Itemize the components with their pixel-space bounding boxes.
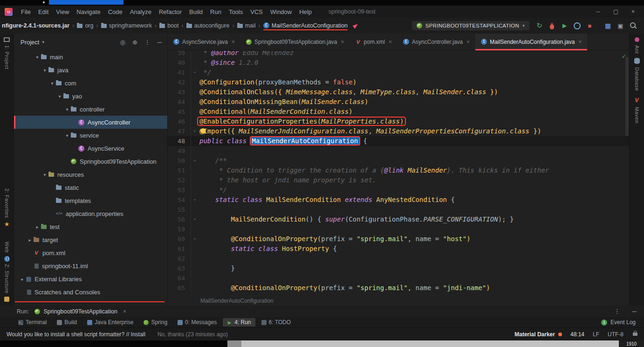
run-tab-label[interactable]: Springboot09TestApplication <box>43 308 117 315</box>
tool-stripe-ant[interactable]: Ant <box>630 37 644 54</box>
close-button[interactable]: × <box>631 8 635 15</box>
maximize-button[interactable]: ▢ <box>613 8 618 15</box>
status-dismiss-link[interactable]: No, thanks (23 minutes ago) <box>158 331 228 338</box>
run-coverage-icon[interactable]: ▶ <box>559 21 570 31</box>
code-line-60[interactable]: 60▾ @ConditionalOnProperty(prefix = "spr… <box>168 234 629 244</box>
tool-stripe-maven[interactable]: VMaven <box>630 97 644 124</box>
chevron-down-icon[interactable]: ▾ <box>42 40 44 44</box>
tree-chevron-icon[interactable]: ▾ <box>63 133 71 138</box>
menu-item-window[interactable]: Window <box>267 8 295 15</box>
code-line-42[interactable]: 42@Configuration(proxyBeanMethods = fals… <box>168 77 629 87</box>
code-line-39[interactable]: 39 * @author Eddú Meléndez <box>168 51 629 58</box>
code-line-41[interactable]: 41▾ */ <box>168 68 629 77</box>
tree-chevron-icon[interactable]: ▾ <box>63 107 71 112</box>
code-line-43[interactable]: 43@ConditionalOnClass({ MimeMessage.clas… <box>168 87 629 97</box>
hide-panel-icon[interactable]: ─ <box>632 308 637 315</box>
tree-item-templates[interactable]: templates <box>14 194 167 207</box>
tool-window-button-terminal[interactable]: >_Terminal <box>14 318 51 326</box>
tree-item-external-libraries[interactable]: ▸▤External Libraries <box>14 272 167 285</box>
tree-chevron-icon[interactable]: ▾ <box>56 94 63 99</box>
intention-bulb-icon[interactable] <box>200 128 206 133</box>
fold-marker-icon[interactable]: ▾ <box>191 234 199 244</box>
more-options-icon[interactable]: ⋮ <box>614 308 620 315</box>
code-line-62[interactable]: 62 <box>168 254 629 264</box>
theme-widget[interactable]: Material Darker <box>514 331 562 338</box>
code-line-54[interactable]: 54▾ static class MailSenderCondition ext… <box>168 195 629 205</box>
fold-marker-icon[interactable]: ▾ <box>191 215 199 224</box>
editor-tab-asyncservice-java[interactable]: CAsyncService.java× <box>168 34 240 50</box>
code-line-53[interactable]: 53 */ <box>168 185 629 195</box>
tool-window-button-java-enterprise[interactable]: Java Enterprise <box>83 318 137 326</box>
fold-marker-icon[interactable]: ▾ <box>191 68 199 77</box>
tree-item-yao[interactable]: ▾yao <box>14 90 167 103</box>
breadcrumb-autoconfigure[interactable]: autoconfigure <box>186 22 230 29</box>
code-line-47[interactable]: 47▾@Import({ MailSenderJndiConfiguration… <box>168 126 629 136</box>
menu-item-view[interactable]: View <box>52 8 73 15</box>
encoding-widget[interactable]: UTF-8 <box>608 331 623 338</box>
tool-stripe-1-project[interactable]: 1: Project <box>0 37 14 69</box>
code-line-56[interactable]: 56▾ MailSenderCondition() { super(Config… <box>168 215 629 224</box>
line-separator-widget[interactable]: LF <box>593 331 599 338</box>
run-configuration-selector[interactable]: SPRINGBOOT09TESTAPPLICATION ▾ <box>412 21 529 30</box>
menu-item-analyze[interactable]: Analyze <box>126 8 155 15</box>
event-log-button[interactable]: 1 Event Log <box>601 319 644 326</box>
rerun-icon[interactable]: ↻ <box>534 21 545 31</box>
tool-window-button-0-messages[interactable]: 0: Messages <box>173 318 221 326</box>
hide-panel-icon[interactable]: ─ <box>158 39 162 46</box>
menu-item-code[interactable]: Code <box>104 8 126 15</box>
project-panel-title[interactable]: Project <box>21 39 39 46</box>
editor-tab-mailsenderautoconfiguration-java[interactable]: CMailSenderAutoConfiguration.java× <box>475 34 587 50</box>
code-viewport[interactable]: 39 * @author Eddú Meléndez40 * @since 1.… <box>168 51 629 296</box>
run-panel-tab[interactable]: Springboot09TestApplication × <box>34 308 126 315</box>
tool-stripe-2-favorites[interactable]: 2: Favorites★ <box>0 188 14 227</box>
close-tab-icon[interactable]: × <box>341 39 344 45</box>
menu-item-file[interactable]: File <box>17 8 34 15</box>
editor-tab-springboot09testapplication-java[interactable]: Springboot09TestApplication.java× <box>240 34 349 50</box>
tree-item-springboot-11-iml[interactable]: springboot-11.iml <box>14 259 167 272</box>
status-message[interactable]: Would you like to install a shell script… <box>7 331 145 338</box>
editor-tab-pom-xml[interactable]: Vpom.xml× <box>350 34 397 50</box>
code-line-55[interactable]: 55 <box>168 205 629 215</box>
tree-item-test[interactable]: ▸test <box>14 220 167 233</box>
profiler-icon[interactable] <box>572 21 582 31</box>
close-tab-icon[interactable]: × <box>389 39 392 45</box>
tool-window-button-4-run[interactable]: ▶4: Run <box>223 318 255 326</box>
tree-item-static[interactable]: static <box>14 181 167 194</box>
tree-item-controller[interactable]: ▾controller <box>14 103 167 116</box>
fold-marker-icon[interactable]: ▾ <box>191 195 199 205</box>
editor-scrollbar[interactable] <box>625 57 629 136</box>
close-tab-icon[interactable]: × <box>232 39 235 45</box>
breadcrumb-org[interactable]: org <box>77 22 93 29</box>
code-line-45[interactable]: 45@Conditional(MailSenderCondition.class… <box>168 107 629 117</box>
code-line-63[interactable]: 63 } <box>168 264 629 273</box>
editor-breadcrumb-label[interactable]: MailSenderAutoConfiguration <box>200 298 274 304</box>
breadcrumb-mailsenderautoconfiguration[interactable]: CMailSenderAutoConfiguration <box>263 22 348 29</box>
menu-item-navigate[interactable]: Navigate <box>73 8 104 15</box>
console-icon[interactable]: ▣ <box>615 21 626 31</box>
debug-icon[interactable] <box>547 21 557 31</box>
fold-marker-icon[interactable]: ▾ <box>191 126 199 136</box>
code-line-52[interactable]: 52 * the host or jndi name property is s… <box>168 175 629 185</box>
menu-item-tools[interactable]: Tools <box>225 8 247 15</box>
search-icon[interactable] <box>628 21 638 31</box>
tool-window-button-build[interactable]: Build <box>53 318 81 326</box>
breadcrumb-springframework[interactable]: springframework <box>101 22 152 29</box>
tree-item-main[interactable]: ▾main <box>14 50 167 63</box>
tree-chevron-icon[interactable]: ▸ <box>19 277 26 282</box>
close-run-tab-icon[interactable]: × <box>123 308 126 315</box>
tree-item-com[interactable]: ▾com <box>14 76 167 90</box>
breadcrumb-nfigure-2-4-1-sources-jar[interactable]: nfigure-2.4.1-sources.jar <box>2 22 69 29</box>
menu-item-edit[interactable]: Edit <box>34 8 52 15</box>
tree-item-service[interactable]: ▾service <box>14 129 167 142</box>
tree-item-scratches-and-consoles[interactable]: Scratches and Consoles <box>14 285 167 298</box>
menu-item-help[interactable]: Help <box>295 8 315 15</box>
locate-file-icon[interactable]: ◎ <box>120 39 125 46</box>
tree-item-pom-xml[interactable]: Vpom.xml <box>14 246 167 259</box>
caret-position-widget[interactable]: 48:14 <box>570 331 584 338</box>
tree-chevron-icon[interactable]: ▾ <box>41 172 48 177</box>
code-line-64[interactable]: 64 <box>168 273 629 283</box>
tool-window-button-6-todo[interactable]: 6: TODO <box>257 318 295 326</box>
code-line-50[interactable]: 50▾ /** <box>168 156 629 166</box>
close-tab-icon[interactable]: × <box>466 39 470 45</box>
tree-item-target[interactable]: ▸target <box>14 233 167 246</box>
